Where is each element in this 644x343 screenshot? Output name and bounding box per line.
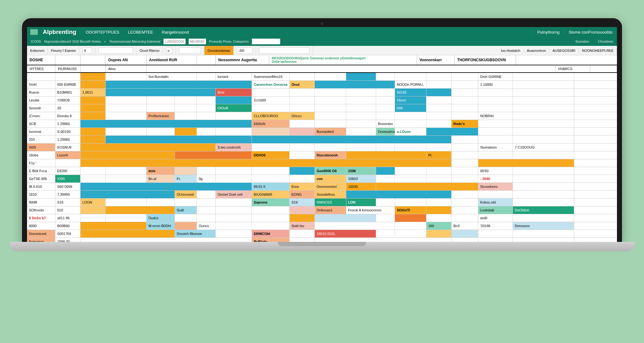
cell[interactable]: Eora (290, 183, 315, 190)
cell[interactable] (346, 128, 376, 135)
table-row[interactable]: Leoste7280O91U1000Olnorr (27, 96, 617, 104)
cell[interactable] (216, 230, 252, 237)
cell[interactable] (80, 96, 106, 104)
cell[interactable] (197, 214, 216, 222)
cell[interactable]: EONG (290, 191, 315, 198)
cell[interactable]: Discotononh (315, 151, 346, 159)
cell[interactable] (252, 144, 290, 151)
hdr-c3[interactable]: Oupres AN (106, 55, 147, 65)
table-row[interactable]: RueonB10M8011.0011Bolv50185 (27, 89, 617, 96)
cell[interactable] (80, 104, 106, 112)
cell[interactable] (478, 191, 513, 198)
cell[interactable]: Looorh (55, 151, 80, 159)
cell[interactable] (216, 199, 252, 206)
cell[interactable] (395, 222, 426, 230)
cell[interactable]: Oricco (290, 112, 315, 120)
cell[interactable] (376, 104, 395, 112)
cell[interactable]: Bn3 (452, 222, 478, 230)
table-row[interactable]: 2031.20060 (27, 136, 617, 144)
cell[interactable] (452, 73, 478, 80)
cell[interactable] (452, 167, 478, 175)
cell[interactable]: s011 95 (55, 214, 80, 222)
cell[interactable]: B00B60 (55, 222, 80, 230)
cell[interactable] (452, 89, 478, 96)
cell[interactable] (513, 151, 574, 159)
cell[interactable]: 1U1000 (252, 96, 290, 104)
cell[interactable]: SOGUTI (395, 206, 426, 214)
hdr2-c16[interactable]: HVARCS (556, 65, 590, 72)
cell[interactable]: 2oprons (252, 199, 290, 206)
cell[interactable] (80, 136, 106, 143)
cell[interactable] (290, 151, 315, 159)
cell[interactable]: con (315, 175, 346, 182)
cell[interactable] (175, 128, 197, 135)
cell[interactable] (426, 89, 452, 96)
table-row[interactable]: 800RS16LOON2opronsS16NWNCESLONKokou.otd (27, 199, 617, 206)
cell[interactable] (290, 73, 315, 80)
cell[interactable] (315, 144, 346, 151)
cell[interactable]: 18obs (27, 151, 55, 159)
cell[interactable] (513, 120, 574, 128)
cell[interactable]: Oudcs (147, 214, 175, 222)
cell[interactable] (395, 199, 426, 206)
cell[interactable]: PuR(olo (252, 238, 290, 242)
cell[interactable]: OD#O0 (252, 151, 290, 159)
cell[interactable] (315, 104, 346, 112)
cell[interactable] (175, 151, 252, 159)
cell[interactable]: Olnorr (395, 96, 426, 104)
cell[interactable] (395, 73, 426, 80)
cell[interactable] (175, 199, 197, 206)
cell[interactable] (216, 222, 252, 230)
cell[interactable]: II05 E0IR0B (55, 81, 80, 88)
cell[interactable] (315, 96, 346, 104)
cell[interactable] (315, 238, 452, 242)
cell[interactable] (513, 128, 574, 135)
cell[interactable] (197, 167, 216, 175)
cell[interactable] (478, 159, 574, 167)
cell[interactable]: 1810 (27, 191, 55, 198)
hdr-c17[interactable]: THORFONCSKUGBSOOVN (455, 55, 516, 65)
sub-side-0[interactable]: Sooodon (575, 40, 589, 43)
spreadsheet-grid[interactable]: Sot BurotattnlornantSuerornore/Mno15Dmh … (27, 73, 617, 242)
cell[interactable] (106, 73, 147, 80)
cell[interactable] (197, 104, 216, 112)
cell[interactable] (452, 96, 478, 104)
tb-right-3[interactable]: NOONOHEEPLREE (579, 49, 617, 52)
sub-input-3[interactable] (252, 39, 280, 44)
tb-input-1[interactable] (82, 47, 92, 54)
cell[interactable]: F1y ' (27, 159, 55, 167)
cell[interactable] (80, 144, 216, 151)
tb-input-2b[interactable] (179, 47, 201, 54)
ribbon-tab-0[interactable]: ODORTEFTPUES (81, 27, 124, 37)
cell[interactable] (80, 238, 252, 242)
cell[interactable] (376, 96, 395, 104)
cell[interactable] (252, 104, 290, 112)
cell[interactable] (55, 73, 80, 80)
table-row[interactable]: IVoHII05 E0IR0BCaronctron OnroceaOnutNOO… (27, 81, 617, 89)
cell[interactable] (80, 175, 106, 182)
cell[interactable]: a.LOcon (395, 128, 426, 135)
cell[interactable]: S001769 (55, 230, 80, 237)
cell[interactable] (513, 230, 574, 237)
cell[interactable]: 1.0011 (80, 89, 106, 96)
cell[interactable] (315, 214, 376, 222)
cell[interactable]: Rueon (27, 89, 55, 96)
cell[interactable]: 7 C10OOUG (513, 144, 574, 151)
cell[interactable]: 8000 (27, 222, 55, 230)
cell[interactable]: EOSNU9 (55, 144, 80, 151)
cell[interactable]: Eneugsnr (27, 238, 55, 242)
cell[interactable] (376, 167, 395, 175)
cell[interactable] (216, 128, 252, 135)
hdr-c15[interactable]: Voonorokarr (417, 55, 455, 65)
cell[interactable] (426, 230, 452, 237)
ribbon-right-0[interactable]: Putnyttrorng (533, 30, 564, 35)
cell[interactable] (197, 199, 216, 206)
ribbon-tab-2[interactable]: Rangebrooond (158, 27, 193, 37)
cell[interactable] (452, 206, 478, 214)
cell[interactable] (426, 73, 452, 80)
cell[interactable] (290, 128, 315, 135)
cell[interactable] (315, 112, 346, 120)
cell[interactable]: SCB (27, 120, 55, 128)
cell[interactable]: Sooootr (27, 104, 55, 112)
cell[interactable] (452, 81, 478, 88)
